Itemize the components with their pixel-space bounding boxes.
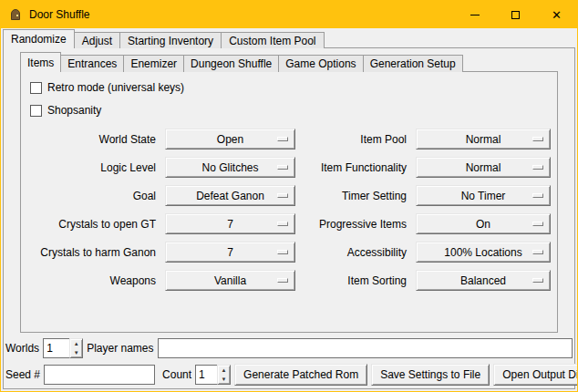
crystals-harm-ganon-label: Crystals to harm Ganon [32,246,160,259]
weapons-label: Weapons [32,274,160,287]
shopsanity-checkbox[interactable] [30,105,42,117]
shopsanity-label: Shopsanity [47,104,101,117]
item-pool-label: Item Pool [301,133,410,146]
item-sorting-label: Item Sorting [301,274,410,287]
minimize-icon [470,15,480,15]
shopsanity-row: Shopsanity [30,103,101,118]
dropdown-indicator-icon [277,250,288,254]
crystals-harm-ganon-dropdown[interactable]: 7 [165,242,295,263]
timer-setting-label: Timer Setting [301,190,410,202]
dropdown-indicator-icon [532,278,543,283]
app-icon [8,7,23,22]
subtab-dungeon-shuffle[interactable]: Dungeon Shuffle [184,55,279,72]
worlds-spin-down-icon[interactable]: ▼ [70,348,82,357]
worlds-spinner: ▲ ▼ [43,338,83,358]
main-tab-bar: Randomize Adjust Starting Inventory Cust… [3,29,325,48]
dropdown-indicator-icon [277,278,288,283]
logic-level-dropdown[interactable]: No Glitches [165,157,295,178]
progressive-items-dropdown[interactable]: On [416,213,551,234]
maximize-icon [511,11,520,19]
worlds-label: Worlds [5,342,39,355]
retro-mode-checkbox[interactable] [30,82,42,94]
world-state-label: World State [32,133,160,146]
count-spin-up-icon[interactable]: ▲ [218,366,230,375]
tab-custom-item-pool[interactable]: Custom Item Pool [222,32,324,48]
timer-setting-dropdown[interactable]: No Timer [416,185,551,206]
world-state-dropdown[interactable]: Open [165,129,295,150]
subtab-enemizer[interactable]: Enemizer [124,55,184,72]
item-sorting-dropdown[interactable]: Balanced [416,270,551,291]
count-label: Count [162,368,191,381]
count-input[interactable] [195,365,217,385]
item-functionality-dropdown[interactable]: Normal [416,157,551,178]
subtab-items[interactable]: Items [20,52,61,72]
dropdown-indicator-icon [277,137,288,141]
item-pool-dropdown[interactable]: Normal [416,129,551,150]
dropdown-indicator-icon [277,222,288,226]
player-names-input[interactable] [158,338,573,358]
count-spin-down-icon[interactable]: ▼ [218,375,230,384]
crystals-open-gt-label: Crystals to open GT [32,218,160,231]
tab-starting-inventory[interactable]: Starting Inventory [120,32,222,48]
open-output-button[interactable]: Open Output Directory [493,364,578,386]
app-window: Door Shuffle ✕ Randomize Adjust Starting… [0,0,578,392]
worlds-input[interactable] [43,338,69,358]
close-button[interactable]: ✕ [536,1,577,28]
titlebar: Door Shuffle ✕ [1,1,577,28]
crystals-open-gt-dropdown[interactable]: 7 [165,213,295,234]
sub-tab-bar: Items Entrances Enemizer Dungeon Shuffle… [20,52,463,72]
tab-adjust[interactable]: Adjust [75,32,120,48]
dropdown-indicator-icon [532,193,543,198]
save-settings-button[interactable]: Save Settings to File [371,364,490,386]
caption-buttons: ✕ [454,1,577,28]
seed-label: Seed # [5,368,40,381]
goal-label: Goal [32,190,160,202]
accessibility-dropdown[interactable]: 100% Locations [416,242,551,263]
dropdown-indicator-icon [277,193,288,198]
options-grid: World State Open Item Pool Normal Logic … [32,129,550,291]
seed-input[interactable] [44,365,155,385]
dropdown-indicator-icon [532,250,543,254]
dropdown-indicator-icon [532,165,543,170]
items-pane: Retro mode (universal keys) Shopsanity W… [20,71,558,333]
footer-row-worlds: Worlds ▲ ▼ Player names [5,337,573,359]
player-names-label: Player names [87,342,153,355]
maximize-button[interactable] [495,1,536,28]
weapons-dropdown[interactable]: Vanilla [165,270,295,291]
worlds-spin-up-icon[interactable]: ▲ [70,339,82,348]
close-icon: ✕ [552,9,562,21]
subtab-game-options[interactable]: Game Options [279,55,363,72]
dropdown-indicator-icon [532,222,543,226]
footer-row-seed: Seed # Count ▲ ▼ Generate Patched Rom Sa… [5,363,573,387]
tab-randomize[interactable]: Randomize [3,29,75,48]
dropdown-indicator-icon [277,165,288,170]
accessibility-label: Accessibility [301,246,410,259]
dropdown-indicator-icon [532,137,543,141]
goal-dropdown[interactable]: Defeat Ganon [165,185,295,206]
generate-rom-button[interactable]: Generate Patched Rom [234,364,367,386]
retro-mode-row: Retro mode (universal keys) [30,80,184,95]
subtab-entrances[interactable]: Entrances [61,55,124,72]
count-spinner: ▲ ▼ [195,365,231,385]
window-title: Door Shuffle [29,8,90,21]
item-functionality-label: Item Functionality [301,161,410,174]
minimize-button[interactable] [454,1,495,28]
retro-mode-label: Retro mode (universal keys) [47,81,184,94]
logic-level-label: Logic Level [32,161,160,174]
progressive-items-label: Progressive Items [301,218,410,231]
subtab-generation-setup[interactable]: Generation Setup [364,55,463,72]
